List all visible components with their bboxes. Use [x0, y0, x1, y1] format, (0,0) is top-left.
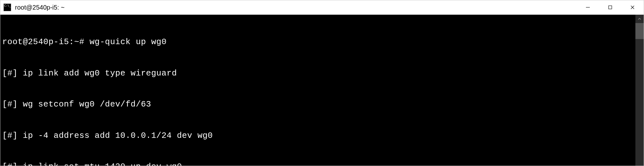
minimize-icon [585, 5, 590, 10]
scrollbar[interactable] [635, 15, 644, 166]
svg-rect-1 [609, 6, 612, 9]
close-icon [630, 5, 635, 10]
terminal-output[interactable]: root@2540p-i5:~# wg-quick up wg0 [#] ip … [0, 15, 635, 166]
maximize-icon [608, 5, 613, 10]
terminal-line: [#] ip link set mtu 1420 up dev wg0 [2, 162, 635, 166]
scrollbar-up-button[interactable] [635, 15, 644, 23]
terminal-line: [#] ip link add wg0 type wireguard [2, 68, 635, 79]
minimize-button[interactable] [577, 0, 599, 14]
scrollbar-thumb[interactable] [635, 23, 644, 39]
chevron-up-icon [638, 17, 641, 20]
titlebar[interactable]: root@2540p-i5: ~ [0, 0, 644, 15]
terminal-line: root@2540p-i5:~# wg-quick up wg0 [2, 37, 635, 47]
terminal-line: [#] ip -4 address add 10.0.0.1/24 dev wg… [2, 130, 635, 141]
maximize-button[interactable] [599, 0, 621, 14]
window-title: root@2540p-i5: ~ [15, 4, 577, 11]
close-button[interactable] [621, 0, 644, 14]
terminal-body: root@2540p-i5:~# wg-quick up wg0 [#] ip … [0, 15, 644, 166]
app-icon [4, 4, 11, 11]
terminal-line: [#] wg setconf wg0 /dev/fd/63 [2, 99, 635, 110]
terminal-window: root@2540p-i5: ~ root@2540p-i5:~# wg-qui… [0, 0, 644, 166]
window-controls [577, 0, 644, 14]
